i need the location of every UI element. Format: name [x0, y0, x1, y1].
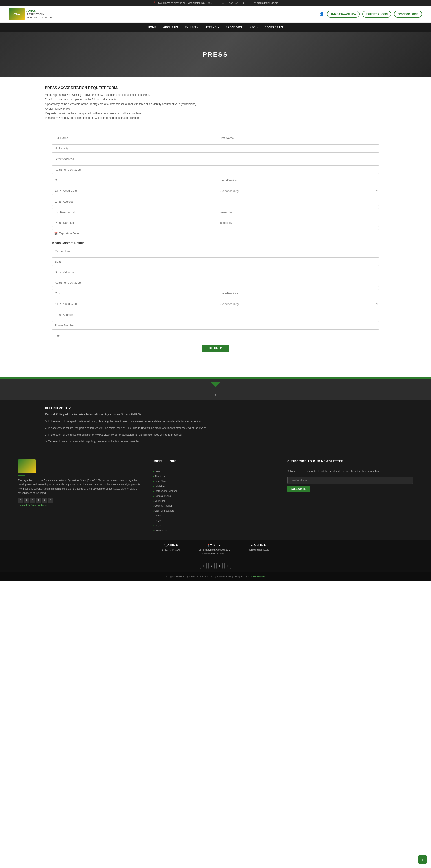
refund-item-2: 2- In case of visa failure, the particip… [45, 426, 386, 431]
street-row [52, 155, 379, 163]
media-email-input[interactable] [52, 311, 379, 319]
facebook-icon[interactable]: f [200, 562, 207, 569]
zip-country-row: Select country United States Canada Mexi… [52, 187, 379, 195]
phone-input[interactable] [52, 321, 379, 330]
fax-input[interactable] [52, 332, 379, 340]
seat-row [52, 257, 379, 266]
expiration-date-input[interactable] [52, 229, 379, 238]
country-select[interactable]: Select country United States Canada Mexi… [217, 187, 379, 195]
link-country[interactable]: Country Pavilion [154, 504, 173, 507]
link-exhibitors[interactable]: Exhibitors [154, 485, 165, 487]
phone-info: 📞 1 (202) 754-7128 [221, 1, 244, 4]
instagram-icon[interactable]: in [216, 562, 223, 569]
footer-underline-1 [18, 475, 25, 476]
list-item: FAQs [153, 519, 278, 522]
social-icons-row: f t in li [0, 559, 431, 572]
city-state-row [52, 176, 379, 184]
newsletter-email-input[interactable] [287, 477, 413, 484]
link-home[interactable]: Home [154, 470, 161, 472]
footer-underline-2 [153, 466, 159, 466]
main-content: PRESS ACCREDITATION REQUEST FORM. Media … [0, 77, 431, 377]
link-about[interactable]: About Us [154, 475, 164, 477]
issued-by-id-input[interactable] [217, 208, 379, 216]
link-blogs[interactable]: Blogs [154, 524, 161, 527]
exhibitor-login-button[interactable]: EXHIBITOR LOGIN [362, 11, 392, 18]
calendar-icon: 📅 [54, 231, 58, 235]
nav-exhibit[interactable]: EXHIBIT ▾ [185, 26, 198, 29]
media-section-title: Media Contact Details [52, 241, 379, 245]
submit-row: SUBMIT [52, 345, 379, 352]
designer-link[interactable]: Zoneerwebsites [248, 575, 266, 578]
header-buttons: 👤 AMIAS 2024 AGENDA EXHIBITOR LOGIN SPON… [319, 11, 422, 18]
nav-home[interactable]: HOME [148, 26, 156, 29]
media-city-input[interactable] [52, 289, 214, 298]
email-input[interactable] [52, 197, 379, 206]
state-input[interactable] [217, 176, 379, 184]
list-item: Book Now [153, 479, 278, 483]
link-contact[interactable]: Contact Us [154, 529, 166, 532]
sponsor-login-button[interactable]: SPONSOR LOGIN [394, 11, 422, 18]
city-input[interactable] [52, 176, 214, 184]
street-input[interactable] [52, 155, 379, 163]
footer-about-col: The organization of the America Internat… [18, 460, 144, 533]
zip-input[interactable] [52, 187, 214, 195]
footer-contact-bar: 📞 Call Us At 1 (207) 754-7178 📍 Visit Us… [0, 540, 431, 559]
footer-links-section: The organization of the America Internat… [0, 453, 431, 540]
back-to-top[interactable] [0, 379, 431, 390]
list-item: About Us [153, 474, 278, 478]
id-passport-input[interactable] [52, 208, 214, 216]
link-professional[interactable]: Professional Visitors [154, 490, 177, 492]
footer-newsletter-col: SUBSCRIBE TO OUR NEWSLETTER Subscribe to… [287, 460, 413, 533]
nav-sponsors[interactable]: SPONSORS [226, 26, 242, 29]
media-street-row [52, 268, 379, 276]
list-item: Exhibitors [153, 484, 278, 488]
phone-row [52, 321, 379, 330]
footer-green-bar [0, 377, 431, 379]
footer-email-contact: ✉ Email Us At marketing@i-ac.org [248, 544, 269, 556]
link-faqs[interactable]: FAQs [154, 519, 161, 522]
issued-by-card-input[interactable] [217, 219, 379, 227]
logo: AMIAS AMIAS INTERNATIONAL AGRICULTURE SH… [9, 8, 52, 20]
link-book[interactable]: Book Now [154, 480, 166, 483]
link-general[interactable]: General Public [154, 495, 171, 497]
press-card-input[interactable] [52, 219, 214, 227]
back-to-top-btn[interactable]: ↑ [0, 390, 431, 400]
link-sponsors[interactable]: Sponsors [154, 499, 165, 502]
media-state-input[interactable] [217, 289, 379, 298]
nationality-input[interactable] [52, 144, 379, 153]
twitter-icon[interactable]: t [208, 562, 215, 569]
media-street-input[interactable] [52, 268, 379, 276]
full-name-input[interactable] [52, 134, 214, 142]
media-zip-input[interactable] [52, 300, 214, 308]
nav-attend[interactable]: ATTEND ▾ [205, 26, 219, 29]
submit-button[interactable]: SUBMIT [203, 345, 228, 352]
nav-about[interactable]: ABOUT US [163, 26, 178, 29]
footer-org-desc: The organization of the America Internat… [18, 478, 144, 495]
list-item: Sponsors [153, 499, 278, 502]
agenda-button[interactable]: AMIAS 2024 AGENDA [327, 11, 359, 18]
footer-visit: 📍 Visit Us At 1676 Maryland Avenue NE...… [198, 544, 230, 556]
list-item: Country Pavilion [153, 504, 278, 507]
media-country-select[interactable]: Select country United States Canada Mexi… [217, 300, 379, 308]
nav-contact[interactable]: CONTACT US [265, 26, 283, 29]
subscribe-button[interactable]: SUBSCRIBE [287, 486, 310, 492]
expiration-row: 📅 [52, 229, 379, 238]
fax-row [52, 332, 379, 340]
form-container: Select country United States Canada Mexi… [45, 127, 386, 360]
nav-info[interactable]: INFO ▾ [249, 26, 258, 29]
logo-text: AMIAS INTERNATIONAL AGRICULTURE SHOW [27, 9, 52, 19]
arrow-down-decoration [211, 382, 220, 387]
refund-item-1: 1- In the event of non-participation fol… [45, 419, 386, 424]
apartment-input[interactable] [52, 165, 379, 174]
powered-by: Powered By ZoneerWebsites [18, 504, 144, 506]
seat-input[interactable] [52, 257, 379, 266]
user-icon[interactable]: 👤 [319, 12, 324, 17]
media-email-row [52, 311, 379, 319]
link-press[interactable]: Press [154, 514, 161, 517]
media-name-input[interactable] [52, 247, 379, 255]
linkedin-icon[interactable]: li [224, 562, 231, 569]
first-name-input[interactable] [217, 134, 379, 142]
first-name-wrapper [217, 134, 379, 142]
link-speakers[interactable]: Call For Speakers [154, 509, 174, 512]
media-apt-input[interactable] [52, 279, 379, 287]
